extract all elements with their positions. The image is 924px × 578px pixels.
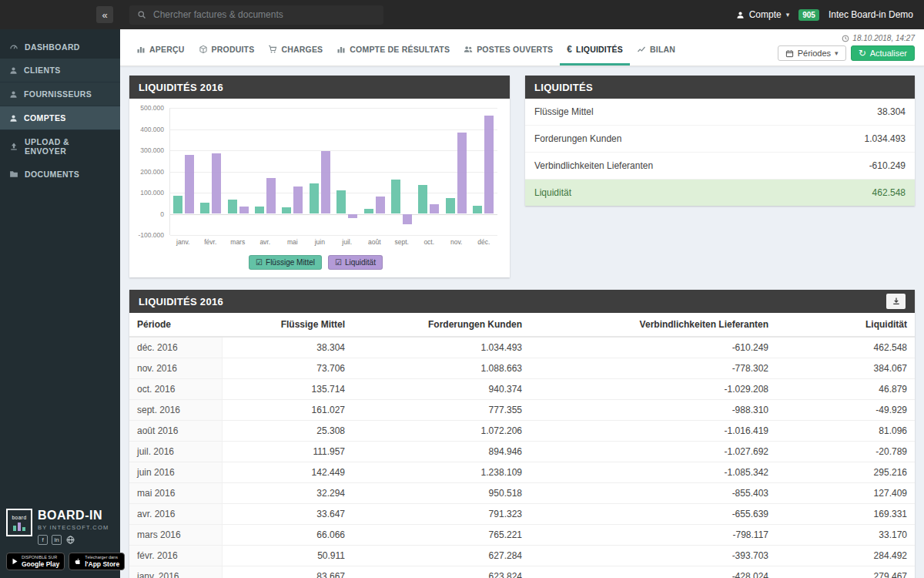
sidebar-item-clients[interactable]: CLIENTS xyxy=(0,59,120,82)
sidebar-item-comptes[interactable]: COMPTES xyxy=(0,106,120,130)
linkedin-icon[interactable]: in xyxy=(52,535,62,545)
google-play-badge[interactable]: DISPONIBLE SUR Google Play xyxy=(6,553,65,570)
search-input[interactable] xyxy=(153,9,376,20)
chart-bar-liquidit-t xyxy=(484,116,494,213)
table-row[interactable]: juil. 2016111.957894.946-1.027.692-20.78… xyxy=(129,442,915,462)
search-icon xyxy=(137,10,146,19)
download-button[interactable] xyxy=(886,294,906,309)
chart-x-tick: août xyxy=(361,235,389,246)
liquidity-table-panel: LIQUIDITÉS 2016 PériodeFlüssige MittelFo… xyxy=(129,290,915,578)
chart-y-tick: 500.000 xyxy=(140,104,164,112)
account-badge[interactable]: 905 xyxy=(798,9,819,21)
account-menu[interactable]: Compte ▾ xyxy=(736,9,790,20)
chart-bar-liquidit-t xyxy=(185,155,194,214)
sidebar-item-dashboard[interactable]: DASHBOARD xyxy=(0,35,120,59)
table-cell-period: juin 2016 xyxy=(129,462,222,483)
chart-bar-group xyxy=(388,108,415,235)
chart-bar-fl-ssige-mittel xyxy=(473,206,482,214)
search-area xyxy=(120,5,736,25)
chart-y-axis: 500.000400.000300.000200.000100.0000-100… xyxy=(134,108,169,235)
sidebar-item-label: UPLOAD & ENVOYER xyxy=(25,137,111,156)
chart-bar-group xyxy=(470,108,497,235)
chart-x-tick: avr. xyxy=(252,235,280,246)
nav-tabs: APERÇUPRODUITSCHARGESCOMPTE DE RÉSULTATS… xyxy=(129,29,682,66)
table-cell-period: déc. 2016 xyxy=(129,337,222,358)
brand-col: BOARD-IN BY INTECSOFT.COM f in xyxy=(38,509,109,545)
table-cell-period: nov. 2016 xyxy=(129,358,222,379)
table-cell-period: janv. 2016 xyxy=(129,566,222,578)
table-cell: 1.072.206 xyxy=(353,421,530,442)
chart-bar-liquidit-t xyxy=(457,133,467,214)
sidebar-footer: board BOARD-IN BY INTECSOFT.COM f in xyxy=(0,501,120,578)
sidebar-item-upload-envoyer[interactable]: UPLOAD & ENVOYER xyxy=(0,130,120,163)
sidebar-item-label: DASHBOARD xyxy=(25,42,80,52)
table-cell: 25.308 xyxy=(222,421,353,442)
facebook-icon[interactable]: f xyxy=(38,535,48,545)
legend-toggle-fl-ssige-mittel[interactable]: ☑Flüssige Mittel xyxy=(249,255,322,270)
liquidity-chart-panel: LIQUIDITÉS 2016 500.000400.000300.000200… xyxy=(129,76,510,277)
tab-produits[interactable]: PRODUITS xyxy=(192,35,262,66)
summary-label: Verbindlichkeiten Lieferanten xyxy=(534,160,653,171)
tab-postes-ouverts[interactable]: POSTES OUVERTS xyxy=(457,35,560,66)
user-icon xyxy=(9,114,18,123)
table-row[interactable]: déc. 201638.3041.034.493-610.249462.548 xyxy=(129,337,915,358)
table-cell-period: mars 2016 xyxy=(129,525,222,546)
appstore-badge-bottom: l'App Store xyxy=(85,560,119,568)
sidebar-item-fournisseurs[interactable]: FOURNISSEURS xyxy=(0,82,120,106)
table-cell: 81.096 xyxy=(776,421,915,442)
table-row[interactable]: mars 201666.066765.221-798.11733.170 xyxy=(129,525,915,546)
table-row[interactable]: janv. 201683.667623.824-428.024279.467 xyxy=(129,566,915,578)
refresh-button[interactable]: ↻ Actualiser xyxy=(851,45,915,61)
table-row[interactable]: août 201625.3081.072.206-1.016.41981.096 xyxy=(129,421,915,442)
table-cell: 38.304 xyxy=(222,337,353,358)
chart-bar-liquidit-t xyxy=(293,187,303,213)
chart-legend: ☑Flüssige Mittel☑Liquidität xyxy=(134,255,497,270)
sidebar-item-documents[interactable]: DOCUMENTS xyxy=(0,163,120,186)
table-row[interactable]: sept. 2016161.027777.355-988.310-49.929 xyxy=(129,400,915,421)
chart-bar-fl-ssige-mittel xyxy=(446,198,455,213)
table-row[interactable]: févr. 201650.911627.284-393.703284.492 xyxy=(129,546,915,566)
table-row[interactable]: avr. 201633.647791.323-655.639169.331 xyxy=(129,504,915,525)
tab-charges[interactable]: CHARGES xyxy=(261,35,330,66)
app-root: « Compte ▾ 905 Intec Board-in Demo xyxy=(0,0,924,578)
chart-x-tick: mars xyxy=(224,235,252,246)
tab-bilan[interactable]: BILAN xyxy=(630,35,682,66)
sidebar-item-label: FOURNISSEURS xyxy=(24,89,92,99)
globe-icon[interactable] xyxy=(65,535,75,545)
table-row[interactable]: oct. 2016135.714940.374-1.029.20846.879 xyxy=(129,379,915,400)
chart-gridline xyxy=(170,235,497,236)
periods-button[interactable]: Périodes ▾ xyxy=(778,45,846,61)
brand-byline: BY INTECSOFT.COM xyxy=(38,524,109,531)
app-store-badge[interactable]: Télécharger dans l'App Store xyxy=(69,553,125,570)
table-cell: 894.946 xyxy=(353,442,530,462)
table-cell: 1.238.109 xyxy=(353,462,530,483)
tab-compte-de-r-sultats[interactable]: COMPTE DE RÉSULTATS xyxy=(330,35,457,66)
table-cell: -49.929 xyxy=(776,400,915,421)
search-box[interactable] xyxy=(129,5,383,25)
table-row[interactable]: mai 201632.294950.518-855.403127.409 xyxy=(129,483,915,504)
line-chart-icon xyxy=(637,45,646,54)
tab-liquidit-s[interactable]: €LIQUIDITÉS xyxy=(560,35,630,66)
chart-bar-group xyxy=(170,108,197,235)
euro-icon: € xyxy=(567,44,572,55)
checkbox-checked-icon: ☑ xyxy=(256,258,263,267)
table-row[interactable]: juin 2016142.4491.238.109-1.085.342295.2… xyxy=(129,462,915,483)
table-cell: 46.879 xyxy=(776,379,915,400)
summary-row-liquidit-t: Liquidität462.548 xyxy=(525,180,915,206)
chart-bar-liquidit-t xyxy=(403,214,412,225)
legend-toggle-liquidit-t[interactable]: ☑Liquidität xyxy=(328,255,383,270)
chart-bar-group xyxy=(306,108,333,235)
table-cell: 940.374 xyxy=(353,379,530,400)
caret-down-icon: ▾ xyxy=(786,11,790,18)
tab-aper-u[interactable]: APERÇU xyxy=(129,35,192,66)
calendar-icon xyxy=(785,49,794,58)
chart-bar-liquidit-t xyxy=(348,214,357,219)
navbar: APERÇUPRODUITSCHARGESCOMPTE DE RÉSULTATS… xyxy=(120,29,924,66)
table-row[interactable]: nov. 201673.7061.088.663-778.302384.067 xyxy=(129,358,915,379)
sidebar-collapse-button[interactable]: « xyxy=(96,6,113,23)
sidebar-menu: DASHBOARDCLIENTSFOURNISSEURSCOMPTESUPLOA… xyxy=(0,29,120,186)
table-cell: 777.355 xyxy=(353,400,530,421)
table-cell: 765.221 xyxy=(353,525,530,546)
table-cell: 135.714 xyxy=(222,379,353,400)
table-cell-period: août 2016 xyxy=(129,421,222,442)
